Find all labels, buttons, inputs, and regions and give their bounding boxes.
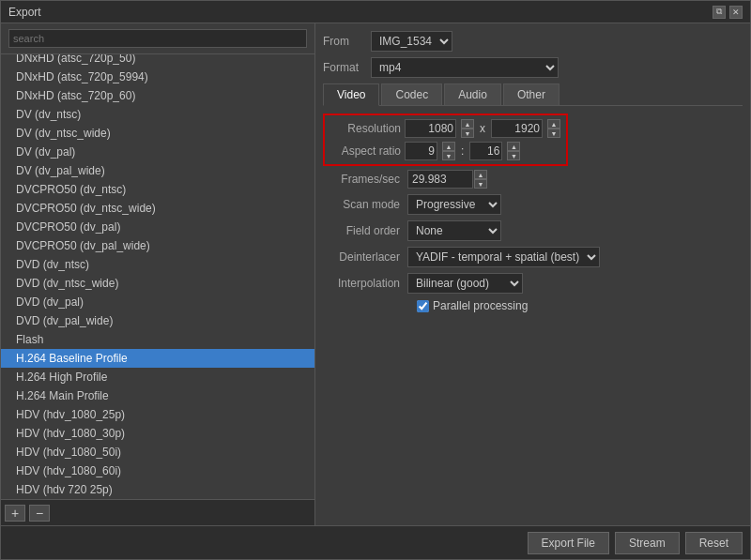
frames-row: Frames/sec ▲ ▼	[323, 170, 743, 189]
from-row: From IMG_1534	[323, 31, 743, 52]
deinterlacer-row: Deinterlacer YADIF - temporal + spatial …	[323, 247, 743, 267]
parallel-processing-label: Parallel processing	[433, 299, 528, 312]
tab-bar: VideoCodecAudioOther	[323, 83, 743, 106]
list-toolbar: + −	[1, 499, 314, 525]
frames-input[interactable]	[407, 170, 473, 189]
right-panel: From IMG_1534 Format mp4 VideoCodecAudio…	[315, 23, 750, 525]
resolution-width-spinner: ▲ ▼	[461, 119, 474, 138]
aspect-height-spinner: ▲ ▼	[507, 142, 520, 160]
close-button[interactable]: ✕	[729, 6, 743, 19]
parallel-processing-checkbox[interactable]	[417, 300, 429, 312]
field-order-dropdown[interactable]: None Upper Lower	[407, 220, 501, 241]
resolution-width-up[interactable]: ▲	[461, 119, 474, 129]
list-item[interactable]: DVD (dv_pal)	[1, 293, 314, 311]
restore-button[interactable]: ⧉	[713, 6, 726, 19]
list-item[interactable]: DVCPRO50 (dv_ntsc_wide)	[1, 199, 314, 218]
tab-codec[interactable]: Codec	[381, 83, 442, 105]
reset-button[interactable]: Reset	[685, 532, 743, 554]
title-bar: Export ⧉ ✕	[1, 1, 750, 23]
from-dropdown[interactable]: IMG_1534	[371, 31, 452, 52]
deinterlacer-label: Deinterlacer	[323, 250, 407, 264]
field-order-row: Field order None Upper Lower	[323, 220, 743, 241]
list-item[interactable]: DV (dv_pal)	[1, 143, 314, 161]
from-label: From	[323, 35, 365, 48]
resolution-height-down[interactable]: ▼	[547, 129, 560, 138]
list-item[interactable]: HDV (hdv_1080_30p)	[1, 424, 314, 443]
list-item[interactable]: DNxHD (atsc_720p_5994)	[1, 68, 314, 86]
parallel-processing-row: Parallel processing	[417, 299, 743, 312]
left-panel: DNxHD (atsc_1080p_5994)DNxHD (atsc_1080p…	[1, 23, 315, 525]
tab-video[interactable]: Video	[323, 83, 379, 106]
scan-mode-row: Scan mode Progressive Interlaced	[323, 194, 743, 215]
frames-down[interactable]: ▼	[474, 179, 487, 189]
format-dropdown[interactable]: mp4	[371, 57, 559, 78]
bottom-bar: Export File Stream Reset	[1, 525, 750, 559]
aspect-width-input[interactable]	[405, 142, 437, 160]
list-item[interactable]: DV (dv_ntsc)	[1, 105, 314, 124]
list-item[interactable]: H.264 Main Profile	[1, 386, 314, 405]
aspect-width-down[interactable]: ▼	[442, 151, 455, 160]
list-item[interactable]: DVD (dv_ntsc)	[1, 255, 314, 274]
window-controls: ⧉ ✕	[713, 6, 743, 19]
search-input[interactable]	[8, 29, 307, 48]
tab-other[interactable]: Other	[503, 83, 559, 105]
field-order-label: Field order	[323, 224, 407, 237]
aspect-ratio-label: Aspect ratio	[330, 144, 401, 158]
list-item[interactable]: DV (dv_pal_wide)	[1, 161, 314, 180]
list-item[interactable]: H.264 Baseline Profile	[1, 349, 314, 368]
aspect-ratio-row: Aspect ratio ▲ ▼ : ▲ ▼	[330, 142, 560, 160]
list-item[interactable]: DNxHD (atsc_720p_50)	[1, 54, 314, 68]
list-item[interactable]: DV (dv_ntsc_wide)	[1, 124, 314, 143]
resolution-box: Resolution ▲ ▼ x ▲ ▼	[323, 114, 568, 166]
list-item[interactable]: DVD (dv_ntsc_wide)	[1, 274, 314, 293]
list-item[interactable]: DVCPRO50 (dv_pal)	[1, 218, 314, 236]
resolution-width-input[interactable]	[405, 119, 456, 138]
scan-mode-label: Scan mode	[323, 198, 407, 211]
aspect-width-up[interactable]: ▲	[442, 142, 455, 151]
settings-area: Resolution ▲ ▼ x ▲ ▼	[323, 114, 743, 518]
list-item[interactable]: DNxHD (atsc_720p_60)	[1, 86, 314, 105]
export-window: Export ⧉ ✕ DNxHD (atsc_1080p_5994)DNxHD …	[0, 0, 751, 560]
list-item[interactable]: DVD (dv_pal_wide)	[1, 311, 314, 330]
list-item[interactable]: DVCPRO50 (dv_ntsc)	[1, 180, 314, 199]
interpolation-row: Interpolation Bilinear (good) Nearest ne…	[323, 273, 743, 294]
resolution-row: Resolution ▲ ▼ x ▲ ▼	[330, 119, 560, 138]
list-item[interactable]: H.264 High Profile	[1, 368, 314, 386]
interpolation-dropdown[interactable]: Bilinear (good) Nearest neighbor Bicubic	[407, 273, 523, 294]
resolution-height-input[interactable]	[491, 119, 543, 138]
list-item[interactable]: HDV (hdv_1080_50i)	[1, 443, 314, 462]
deinterlacer-dropdown[interactable]: YADIF - temporal + spatial (best) None	[407, 247, 600, 267]
resolution-height-spinner: ▲ ▼	[547, 119, 560, 138]
format-row: Format mp4	[323, 57, 743, 78]
export-file-button[interactable]: Export File	[528, 532, 609, 554]
list-item[interactable]: HDV (hdv 720 25p)	[1, 480, 314, 499]
remove-preset-button[interactable]: −	[29, 505, 50, 522]
search-bar	[1, 23, 314, 54]
resolution-label: Resolution	[330, 122, 401, 135]
interpolation-label: Interpolation	[323, 277, 407, 290]
list-item[interactable]: Flash	[1, 330, 314, 349]
list-item[interactable]: HDV (hdv_1080_60i)	[1, 462, 314, 480]
frames-label: Frames/sec	[323, 173, 407, 186]
preset-list: DNxHD (atsc_1080p_5994)DNxHD (atsc_1080p…	[1, 54, 314, 499]
list-item[interactable]: HDV (hdv_1080_25p)	[1, 405, 314, 424]
aspect-height-up[interactable]: ▲	[507, 142, 520, 151]
frames-spinner: ▲ ▼	[474, 170, 487, 189]
stream-button[interactable]: Stream	[615, 532, 680, 554]
main-content: DNxHD (atsc_1080p_5994)DNxHD (atsc_1080p…	[1, 23, 750, 525]
scan-mode-dropdown[interactable]: Progressive Interlaced	[407, 194, 501, 215]
frames-up[interactable]: ▲	[474, 170, 487, 179]
add-preset-button[interactable]: +	[5, 505, 25, 522]
list-item[interactable]: DVCPRO50 (dv_pal_wide)	[1, 236, 314, 255]
colon-separator: :	[461, 144, 464, 158]
aspect-width-spinner: ▲ ▼	[442, 142, 455, 160]
window-title: Export	[8, 6, 41, 19]
resolution-width-down[interactable]: ▼	[461, 129, 474, 138]
aspect-height-input[interactable]	[469, 142, 502, 160]
aspect-height-down[interactable]: ▼	[507, 151, 520, 160]
resolution-height-up[interactable]: ▲	[547, 119, 560, 129]
x-separator: x	[480, 122, 485, 135]
tab-audio[interactable]: Audio	[444, 83, 501, 105]
format-label: Format	[323, 61, 365, 74]
